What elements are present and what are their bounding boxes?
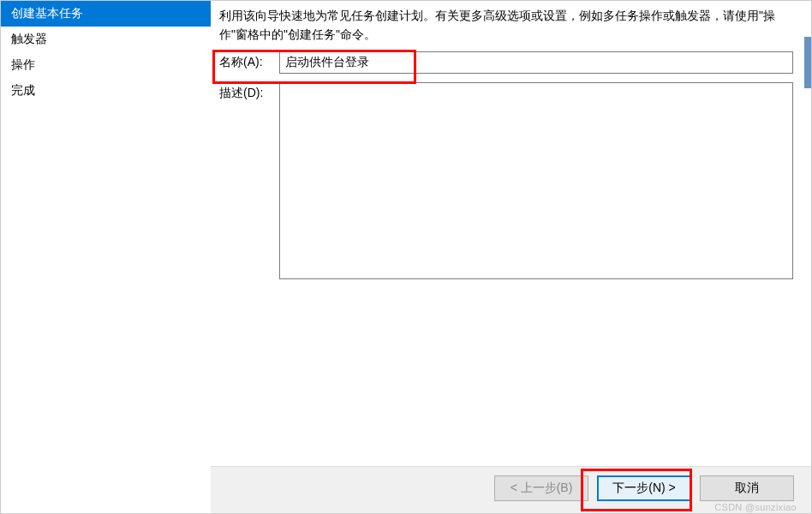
description-textarea[interactable]	[279, 82, 793, 279]
name-row: 名称(A):	[219, 51, 794, 74]
sidebar-item-label: 操作	[11, 57, 35, 71]
name-label: 名称(A):	[219, 51, 279, 70]
wizard-button-row: < 上一步(B) 下一步(N) > 取消	[211, 466, 811, 513]
sidebar-item-label: 完成	[11, 83, 35, 97]
wizard-container: 创建基本任务 触发器 操作 完成 利用该向导快速地为常见任务创建计划。有关更多高…	[0, 0, 812, 514]
wizard-sidebar: 创建基本任务 触发器 操作 完成	[1, 1, 211, 513]
sidebar-item-label: 触发器	[11, 32, 47, 45]
intro-text: 利用该向导快速地为常见任务创建计划。有关更多高级选项或设置，例如多任务操作或触发…	[219, 6, 794, 45]
description-row: 描述(D):	[219, 82, 794, 279]
sidebar-item-finish[interactable]: 完成	[1, 78, 211, 104]
scrollbar-thumb[interactable]	[804, 37, 811, 88]
sidebar-item-action[interactable]: 操作	[1, 52, 211, 78]
cancel-button[interactable]: 取消	[700, 475, 794, 501]
wizard-content: 利用该向导快速地为常见任务创建计划。有关更多高级选项或设置，例如多任务操作或触发…	[211, 1, 811, 513]
sidebar-item-label: 创建基本任务	[11, 6, 83, 20]
name-input[interactable]	[279, 51, 793, 74]
wizard-main: 利用该向导快速地为常见任务创建计划。有关更多高级选项或设置，例如多任务操作或触发…	[211, 1, 811, 513]
sidebar-item-create-basic-task[interactable]: 创建基本任务	[1, 1, 211, 27]
back-button: < 上一步(B)	[494, 475, 588, 501]
sidebar-item-trigger[interactable]: 触发器	[1, 27, 211, 52]
next-button[interactable]: 下一步(N) >	[597, 475, 691, 501]
description-label: 描述(D):	[219, 82, 279, 101]
